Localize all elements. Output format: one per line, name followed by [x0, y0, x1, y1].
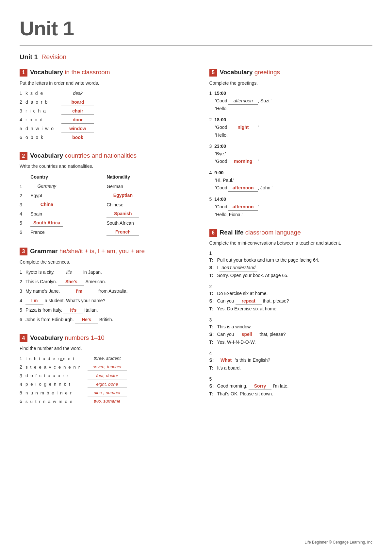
convo-5: 5 S:Good morning. Sorry I'm late. T:That…: [209, 376, 373, 397]
revision-header: Unit 1 Revision: [20, 52, 372, 62]
revision-label: Revision: [41, 53, 67, 61]
vocab-1-item-2: 2 d a o r b board: [20, 99, 183, 106]
table-row: 1 Germany German: [20, 182, 183, 191]
convo-4: 4 S:What's this in English? T:It's a boa…: [209, 350, 373, 372]
vocab-1-item-6: 6 o b o k book: [20, 134, 183, 141]
numbers-item-3: 3 d o f c t o u o r r four, doctor: [20, 373, 183, 379]
grammar-item-4: 4 I'm a student. What's your name?: [20, 297, 183, 304]
grammar-item-6: 6 John is from Edinburgh. He's British.: [20, 316, 183, 323]
section-2-title: Vocabulary countries and nationalities: [30, 151, 137, 161]
section-1-title: Vocabulary in the classroom: [30, 68, 110, 77]
section-5-title: Vocabulary greetings: [220, 68, 280, 77]
section-1: 1 Vocabulary in the classroom Put the le…: [20, 68, 183, 141]
country-table: Country Nationality 1 Germany German 2 E…: [20, 173, 183, 237]
section-2-num: 2: [20, 152, 27, 160]
greeting-5: 514:00 'Good afternoon' 'Hello, Fiona.': [209, 196, 373, 218]
convo-1: 1 T:Pull out your books and turn to the …: [209, 250, 373, 279]
vocab-1-item-5: 5 d n w i w o window: [20, 125, 183, 132]
table-row: 2 Egypt Egyptian: [20, 191, 183, 200]
section-3: 3 Grammar he/she/it + is, I + am, you + …: [20, 247, 183, 323]
section-1-num: 1: [20, 69, 27, 77]
table-row: 4 Spain Spanish: [20, 209, 183, 218]
numbers-item-4: 4 p e i o g e h n b t eight, bone: [20, 381, 183, 388]
numbers-list: 1 t s h t u d e ren e t three, student 2…: [20, 355, 183, 405]
section-4-subtitle: Find the number and the word.: [20, 345, 183, 352]
table-row: 3 China Chinese: [20, 200, 183, 209]
grammar-item-2: 2 This is Carolyn. She's American.: [20, 278, 183, 286]
convo-2: 2 T:Do Exercise six at home. S:Can you r…: [209, 283, 373, 312]
numbers-item-2: 2 s t e e a v c e h e n r seven, teacher: [20, 364, 183, 371]
vocab-1-item-1: 1 k s d e desk: [20, 90, 183, 97]
col-nationality: Nationality: [106, 173, 183, 182]
section-6-num: 6: [209, 229, 217, 237]
greeting-3: 323:00 'Bye.' 'Good morning': [209, 143, 373, 165]
convo-3: 3 T:This is a window. S:Can you spell th…: [209, 317, 373, 346]
greeting-1: 115:00 'Good afternoon, Suzi.' 'Hello.': [209, 90, 373, 112]
section-5-num: 5: [209, 69, 217, 77]
grammar-item-3: 3 My name's Jane. I'm from Australia.: [20, 288, 183, 295]
vocab-1-list: 1 k s d e desk 2 d a o r b board 3 r i c…: [20, 90, 183, 141]
section-6: 6 Real life classroom language Complete …: [209, 228, 373, 398]
vocab-1-item-4: 4 r o o d door: [20, 116, 183, 124]
section-2: 2 Vocabulary countries and nationalities…: [20, 151, 183, 237]
numbers-item-6: 6 s u t r n a w m o e two, surname: [20, 398, 183, 405]
grammar-item-5: 5 Pizza is from Italy. It's Italian.: [20, 307, 183, 314]
greeting-2: 218:00 'Good night' 'Hello.': [209, 116, 373, 139]
revision-unit: Unit 1: [20, 53, 38, 61]
section-3-subtitle: Complete the sentences.: [20, 259, 183, 266]
section-5: 5 Vocabulary greetings Complete the gree…: [209, 68, 373, 218]
table-row: 6 France French: [20, 228, 183, 237]
section-6-title: Real life classroom language: [220, 228, 301, 237]
greeting-4: 49:00 'Hi, Paul.' 'Good afternoon, John.…: [209, 169, 373, 192]
numbers-item-5: 5 n u n m b e i n e r nine , number: [20, 390, 183, 396]
section-1-subtitle: Put the letters in order and write words…: [20, 80, 183, 87]
section-2-subtitle: Write the countries and nationalities.: [20, 163, 183, 170]
section-3-num: 3: [20, 248, 27, 255]
grammar-list: 1 Kyoto is a city. It's in Japan. 2 This…: [20, 269, 183, 323]
section-6-subtitle: Complete the mini-conversations between …: [209, 240, 373, 247]
title-divider: [20, 45, 372, 46]
section-4: 4 Vocabulary numbers 1–10 Find the numbe…: [20, 333, 183, 405]
table-row: 5 South Africa South African: [20, 218, 183, 228]
unit-title: Unit 1: [20, 13, 372, 43]
section-4-num: 4: [20, 334, 27, 342]
section-5-subtitle: Complete the greetings.: [209, 80, 373, 87]
footer: Life Beginner © Cengage Learning, Inc: [304, 539, 372, 545]
col-country: Country: [30, 173, 106, 182]
grammar-item-1: 1 Kyoto is a city. It's in Japan.: [20, 269, 183, 276]
section-4-title: Vocabulary numbers 1–10: [30, 333, 105, 343]
numbers-item-1: 1 t s h t u d e ren e t three, student: [20, 355, 183, 362]
vocab-1-item-3: 3 r i c h a chair: [20, 108, 183, 115]
section-3-title: Grammar he/she/it + is, I + am, you + ar…: [30, 247, 145, 256]
